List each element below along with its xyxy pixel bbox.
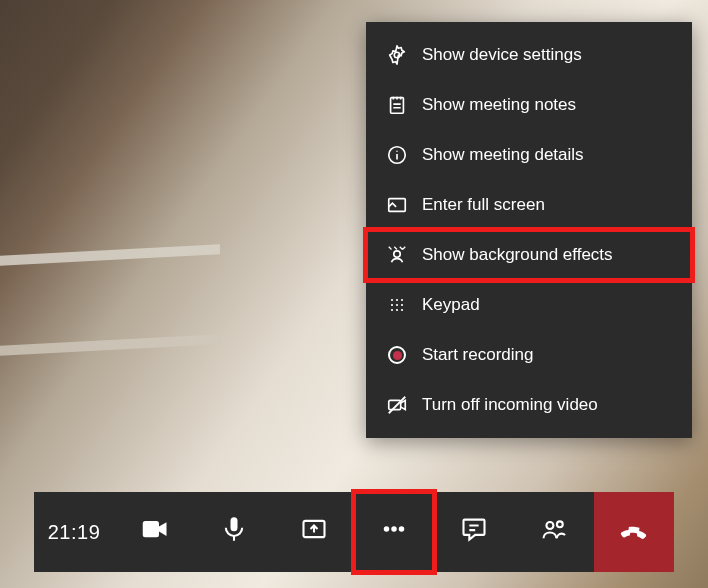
camera-toggle-button[interactable]	[114, 492, 194, 572]
notes-icon	[386, 94, 408, 116]
share-screen-icon	[300, 515, 328, 549]
svg-point-10	[396, 304, 398, 306]
keypad-icon	[386, 294, 408, 316]
svg-rect-16	[231, 517, 238, 531]
menu-item-label: Show meeting details	[422, 145, 584, 165]
menu-item-label: Show meeting notes	[422, 95, 576, 115]
camera-icon	[139, 514, 169, 550]
svg-point-19	[391, 526, 397, 532]
svg-point-5	[394, 251, 400, 257]
mic-icon	[220, 515, 248, 549]
more-actions-button[interactable]	[354, 492, 434, 572]
svg-point-6	[391, 299, 393, 301]
menu-item-turn-off-incoming-video[interactable]: Turn off incoming video	[366, 380, 692, 430]
menu-item-label: Show background effects	[422, 245, 613, 265]
menu-item-keypad[interactable]: Keypad	[366, 280, 692, 330]
meeting-toolbar-inner: 21:19	[34, 492, 674, 572]
menu-item-background-effects[interactable]: Show background effects	[366, 230, 692, 280]
menu-item-start-recording[interactable]: Start recording	[366, 330, 692, 380]
menu-item-device-settings[interactable]: Show device settings	[366, 30, 692, 80]
menu-item-meeting-notes[interactable]: Show meeting notes	[366, 80, 692, 130]
svg-point-14	[401, 309, 403, 311]
menu-item-label: Show device settings	[422, 45, 582, 65]
share-button[interactable]	[274, 492, 354, 572]
menu-item-label: Turn off incoming video	[422, 395, 598, 415]
hangup-button[interactable]	[594, 492, 674, 572]
svg-point-20	[399, 526, 405, 532]
fullscreen-icon	[386, 194, 408, 216]
background-effects-icon	[386, 244, 408, 266]
info-icon	[386, 144, 408, 166]
more-actions-menu: Show device settings Show meeting notes …	[366, 22, 692, 438]
svg-point-22	[557, 521, 563, 527]
menu-item-meeting-details[interactable]: Show meeting details	[366, 130, 692, 180]
menu-item-label: Start recording	[422, 345, 534, 365]
svg-point-18	[384, 526, 390, 532]
svg-point-11	[401, 304, 403, 306]
meeting-toolbar: 21:19	[0, 492, 708, 572]
svg-point-21	[546, 522, 553, 529]
meeting-duration: 21:19	[34, 492, 114, 572]
chat-button[interactable]	[434, 492, 514, 572]
ellipsis-icon	[379, 514, 409, 550]
menu-item-label: Enter full screen	[422, 195, 545, 215]
mic-toggle-button[interactable]	[194, 492, 274, 572]
chat-icon	[460, 515, 488, 549]
record-icon	[386, 344, 408, 366]
svg-point-3	[396, 151, 397, 152]
video-off-icon	[386, 394, 408, 416]
svg-point-12	[391, 309, 393, 311]
gear-icon	[386, 44, 408, 66]
svg-point-9	[391, 304, 393, 306]
svg-point-13	[396, 309, 398, 311]
svg-point-8	[401, 299, 403, 301]
menu-item-fullscreen[interactable]: Enter full screen	[366, 180, 692, 230]
svg-point-7	[396, 299, 398, 301]
hangup-icon	[618, 513, 650, 551]
people-icon	[540, 515, 568, 549]
participants-button[interactable]	[514, 492, 594, 572]
svg-rect-1	[391, 98, 404, 114]
menu-item-label: Keypad	[422, 295, 480, 315]
